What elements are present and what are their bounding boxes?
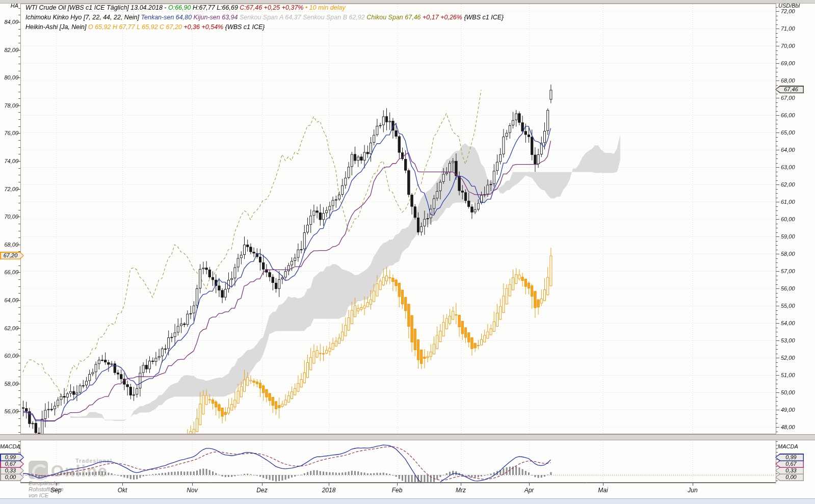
month-label: Sep [40, 487, 72, 494]
macd-value-marker: 0,99 [0, 454, 24, 461]
title-segment: Senkou Span B 62,92 [301, 14, 365, 21]
macd-value-marker: 0,33 [0, 467, 24, 474]
macd-value-marker: 0,00 [775, 473, 804, 481]
left-axis-tick-label: 80,00 [0, 74, 18, 81]
title-segment: C:67,46 +0,25 +0,37% [240, 4, 303, 11]
month-label: Apr [513, 487, 545, 494]
left-axis-tick-label: 66,00 [0, 269, 18, 276]
month-label: Mai [587, 487, 619, 494]
title-segment: Chikou Span 67,46 [365, 14, 421, 21]
macd-title-left: MACDA [0, 443, 19, 450]
right-axis-tick-label: 64,00 [781, 146, 795, 153]
heikin-ashi-close-marker: 67,20 [0, 252, 24, 259]
right-axis-tick-label: 66,00 [781, 112, 795, 119]
right-axis-tick-label: 60,00 [781, 216, 795, 223]
left-axis-tick-label: 70,00 [0, 213, 18, 220]
right-axis-tick-label: 70,00 [781, 42, 795, 49]
month-label: Feb [381, 487, 413, 494]
left-axis-tick-label: 78,00 [0, 102, 18, 109]
title-line-ichimoku: Ichimoku Kinko Hyo [7, 22, 44, 22, Nein]… [25, 13, 504, 22]
month-label: Mrz [444, 487, 477, 494]
title-segment: Ichimoku Kinko Hyo [7, 22, 44, 22, Nein] [25, 14, 141, 21]
right-axis-tick-label: 52,00 [781, 354, 795, 361]
title-segment: WTI Crude Oil [WBS c1 ICE Täglich] 13.04… [25, 4, 168, 11]
right-axis-tick-label: 51,00 [781, 372, 795, 379]
macd-title-right: MACDA [778, 443, 798, 450]
month-label: Nov [176, 487, 208, 494]
right-axis-tick-label: 50,00 [781, 389, 795, 396]
title-segment: O 65,92 H 67,77 L 65,92 C 67,20 [88, 23, 182, 31]
close-price-marker: 67,46 [775, 86, 804, 93]
macd-value-marker: 0,00 [0, 473, 24, 481]
chart-window: Tradesignal Online Europäische Rohstoffd… [0, 0, 815, 504]
left-axis-tick-label: 76,00 [0, 129, 18, 137]
title-segment: {WBS c1 ICE} [462, 14, 504, 21]
macd-value-marker: 0,99 [775, 454, 804, 461]
left-axis-tick-label: 84,00 [0, 18, 18, 25]
left-axis-unit-label: HA [0, 2, 18, 9]
right-axis-tick-label: 58,00 [781, 250, 795, 257]
right-axis-tick-label: 48,00 [781, 423, 795, 431]
left-axis-tick-label: 62,00 [0, 325, 18, 332]
left-axis-tick-label: 58,00 [0, 380, 18, 387]
macd-value-marker: 0,67 [775, 460, 804, 468]
month-label: Dez [246, 487, 278, 494]
right-axis-tick-label: 49,00 [781, 406, 795, 413]
left-axis-tick-label: 56,00 [0, 408, 18, 415]
left-axis-tick-label: 74,00 [0, 157, 18, 165]
left-axis-tick-label: 82,00 [0, 46, 18, 54]
window-bottom-strip [0, 498, 815, 504]
right-axis-tick-label: 61,00 [781, 198, 795, 205]
title-segment: Heikin-Ashi [Ja, Nein] [25, 23, 88, 31]
left-axis-tick-label: 64,00 [0, 297, 18, 304]
right-axis-tick-label: 55,00 [781, 302, 795, 309]
left-axis-tick-label: 72,00 [0, 185, 18, 193]
right-axis-tick-label: 68,00 [781, 77, 795, 84]
title-segment: Tenkan-sen 64,80 [141, 14, 192, 21]
right-axis-tick-label: 65,00 [781, 129, 795, 136]
title-line-price-series: WTI Crude Oil [WBS c1 ICE Täglich] 13.04… [25, 4, 346, 12]
panel-separator[interactable] [0, 434, 815, 440]
macd-value-marker: 0,67 [0, 460, 24, 468]
title-segment: Senkou Span A 64,37 [238, 14, 301, 21]
main-chart-canvas[interactable] [0, 0, 815, 504]
title-segment: +0,36 +0,54% [182, 23, 223, 31]
title-segment: Kijun-sen 63,94 [192, 14, 238, 21]
month-label: 2018 [312, 487, 345, 494]
macd-value-marker: 0,33 [775, 467, 804, 474]
title-segment: H:67,77 L:66,69 [191, 4, 240, 11]
right-axis-tick-label: 62,00 [781, 181, 795, 188]
right-axis-tick-label: 72,00 [781, 8, 795, 15]
left-axis-tick-label: 60,00 [0, 352, 18, 359]
title-segment: O:66,90 [168, 4, 191, 11]
title-segment: +0,17 +0,26% [421, 14, 462, 21]
right-axis-tick-label: 53,00 [781, 337, 795, 344]
left-axis-tick-label: 68,00 [0, 241, 18, 248]
right-axis-tick-label: 54,00 [781, 320, 795, 327]
title-segment: {WBS c1 ICE} [223, 23, 265, 31]
title-line-heikin-ashi: Heikin-Ashi [Ja, Nein] O 65,92 H 67,77 L… [25, 23, 265, 32]
month-label: Jun [676, 487, 709, 494]
right-axis-tick-label: 56,00 [781, 285, 795, 292]
right-axis-tick-label: 67,00 [781, 94, 795, 101]
right-axis-tick-label: 71,00 [781, 25, 795, 32]
right-axis-tick-label: 59,00 [781, 233, 795, 240]
right-axis-tick-label: 57,00 [781, 268, 795, 275]
title-segment: • 10 min delay [303, 4, 345, 11]
month-label: Okt [106, 487, 139, 494]
right-axis-tick-label: 63,00 [781, 164, 795, 171]
right-axis-tick-label: 69,00 [781, 60, 795, 67]
